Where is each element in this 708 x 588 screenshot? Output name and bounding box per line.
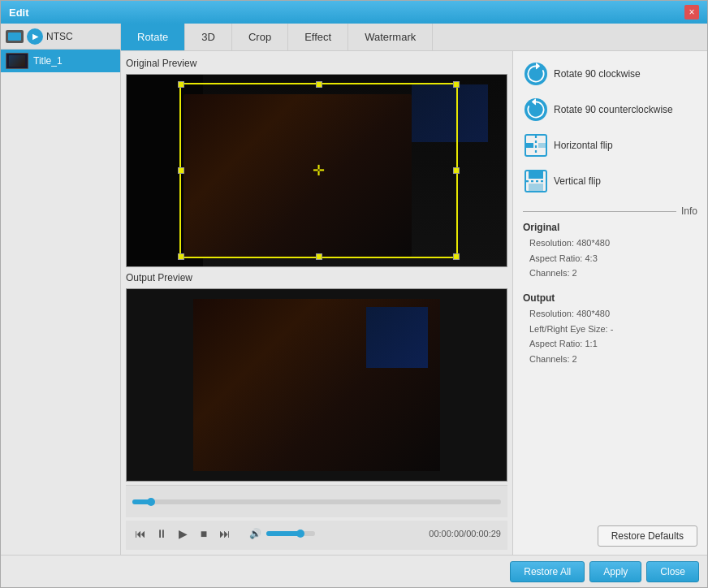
content-area: Rotate 3D Crop Effect Watermark Original…: [121, 24, 707, 555]
output-aspect: Aspect Ratio: 1:1: [523, 336, 697, 352]
restore-defaults-wrapper: Restore Defaults: [523, 525, 697, 547]
format-icon: [6, 30, 24, 43]
output-info-label: Output: [523, 292, 697, 304]
output-eye-size: Left/Right Eye Size: -: [523, 322, 697, 337]
info-divider-line: [523, 211, 676, 212]
dialog-title: Edit: [9, 6, 29, 19]
progress-thumb[interactable]: [147, 498, 155, 506]
main-content: ▶ NTSC Title_1 Rotate 3D Crop Effect Wat…: [1, 24, 707, 555]
output-blue-highlight: [366, 307, 428, 367]
output-channels: Channels: 2: [523, 352, 697, 367]
format-label: NTSC: [46, 31, 73, 42]
rotate-cw-label: Rotate 90 clockwise: [554, 68, 641, 80]
vflip-svg: [526, 171, 546, 191]
hflip-icon: [525, 134, 547, 157]
scene-face: [183, 94, 412, 257]
tab-rotate[interactable]: Rotate: [121, 24, 185, 50]
original-resolution: Resolution: 480*480: [523, 236, 697, 251]
output-video: [127, 289, 507, 481]
info-section: Info Original Resolution: 480*480 Aspect…: [523, 205, 697, 367]
original-channels: Channels: 2: [523, 266, 697, 281]
volume-bar[interactable]: [266, 531, 315, 536]
info-title: Info: [681, 205, 697, 217]
tab-3d[interactable]: 3D: [185, 24, 232, 50]
skip-forward-button[interactable]: ⏭: [217, 525, 233, 542]
ntsc-icon: ▶: [27, 28, 43, 45]
volume-fill: [266, 531, 300, 536]
scene-blue-right: [412, 84, 488, 142]
sidebar-header: ▶ NTSC: [1, 24, 120, 50]
output-resolution: Resolution: 480*480: [523, 306, 697, 322]
rotate-ccw-label: Rotate 90 counterclockwise: [554, 104, 673, 115]
title-bar: Edit ×: [1, 1, 707, 24]
progress-bar[interactable]: [132, 499, 501, 504]
output-preview-frame: [126, 288, 507, 482]
output-preview-label: Output Preview: [126, 270, 507, 285]
hflip-label: Horizontal flip: [554, 140, 613, 151]
edit-dialog: Edit × ▶ NTSC Title_1: [0, 0, 708, 588]
hflip-svg: [526, 136, 546, 155]
rotate-cw-icon: [525, 63, 547, 85]
vflip-icon: [525, 170, 547, 192]
play-button[interactable]: ⏸: [153, 525, 170, 542]
sidebar: ▶ NTSC Title_1: [1, 24, 121, 555]
rotate-cw-svg: [525, 63, 547, 85]
workspace: Original Preview: [121, 51, 707, 555]
restore-all-button[interactable]: Restore All: [510, 561, 585, 582]
rotate-cw-button[interactable]: Rotate 90 clockwise: [523, 59, 697, 89]
volume-icon: 🔊: [249, 528, 261, 539]
original-preview-frame: ✛: [126, 74, 507, 267]
sidebar-thumb: [6, 53, 28, 69]
close-button[interactable]: Close: [646, 561, 699, 582]
svg-rect-4: [529, 184, 543, 191]
controls-bar: [126, 485, 507, 517]
original-video-scene: [127, 75, 507, 266]
time-display: 00:00:00/00:00:29: [429, 529, 501, 538]
rotate-ccw-svg: [525, 98, 547, 121]
tabs: Rotate 3D Crop Effect Watermark: [121, 24, 707, 51]
sidebar-item-title1[interactable]: Title_1: [1, 50, 120, 72]
sidebar-item-label: Title_1: [33, 55, 63, 67]
vflip-label: Vertical flip: [554, 175, 601, 187]
stop-button[interactable]: ■: [196, 525, 212, 542]
apply-button[interactable]: Apply: [589, 561, 641, 582]
restore-defaults-button[interactable]: Restore Defaults: [598, 525, 697, 547]
playback-controls: ⏮ ⏸ ▶ ■ ⏭ 🔊 00:00:00/00:00:29: [126, 521, 507, 550]
tab-watermark[interactable]: Watermark: [348, 24, 433, 50]
original-preview-label: Original Preview: [126, 56, 507, 71]
tab-effect[interactable]: Effect: [288, 24, 348, 50]
close-icon[interactable]: ×: [684, 5, 699, 19]
rotate-ccw-icon: [525, 98, 547, 121]
tab-crop[interactable]: Crop: [232, 24, 288, 50]
output-inner-video: [193, 299, 440, 471]
original-aspect: Aspect Ratio: 4:3: [523, 251, 697, 266]
svg-rect-3: [529, 171, 543, 179]
rotate-ccw-button[interactable]: Rotate 90 counterclockwise: [523, 95, 697, 124]
original-info-label: Original: [523, 222, 697, 233]
volume-thumb[interactable]: [296, 530, 304, 538]
skip-back-button[interactable]: ⏮: [132, 525, 149, 542]
vflip-button[interactable]: Vertical flip: [523, 166, 697, 196]
play-forward-button[interactable]: ▶: [175, 525, 191, 542]
right-panel: Rotate 90 clockwise Rotate 90 counterclo…: [512, 51, 707, 555]
svg-rect-0: [526, 143, 533, 148]
preview-area: Original Preview: [121, 51, 512, 555]
svg-rect-1: [538, 143, 546, 148]
bottom-bar: Restore All Apply Close: [1, 555, 707, 587]
hflip-button[interactable]: Horizontal flip: [523, 131, 697, 160]
info-divider: Info: [523, 205, 697, 217]
